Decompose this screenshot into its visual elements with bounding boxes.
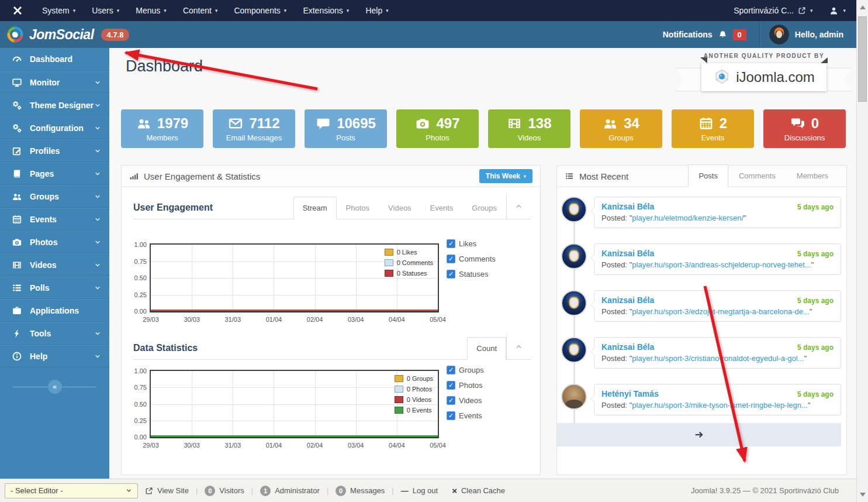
stat-label: Groups	[608, 133, 634, 142]
stat-card[interactable]: 1979 Members	[121, 109, 203, 148]
author-link[interactable]: Kanizsai Béla	[601, 249, 654, 258]
admin-menu-item[interactable]: Components ▾	[226, 0, 295, 21]
sidebar-item[interactable]: Profiles	[0, 139, 109, 162]
stat-card[interactable]: 7112 Email Messages	[213, 109, 295, 148]
view-all-button[interactable]	[557, 423, 841, 446]
sidebar-item[interactable]: Theme Designer	[0, 94, 109, 116]
envelope-icon	[228, 116, 243, 131]
checkbox-checked-icon[interactable]: ✓	[447, 381, 455, 390]
series-checkbox[interactable]: ✓ Videos	[447, 396, 484, 405]
sidebar-item[interactable]: Help	[0, 345, 109, 367]
stat-top: 1979	[136, 115, 188, 132]
user-menu[interactable]: ▾	[829, 6, 846, 16]
section-collapse-button[interactable]	[506, 194, 531, 219]
author-link[interactable]: Kanizsai Béla	[601, 202, 654, 211]
stat-card[interactable]: 10695 Posts	[305, 109, 387, 148]
stat-card[interactable]: 497 Photos	[396, 109, 479, 148]
tab[interactable]: Comments	[728, 164, 786, 187]
person-icon	[829, 6, 839, 16]
tab[interactable]: Count	[467, 337, 506, 360]
post-link[interactable]: player.hu/sport-3/edzojet-megtartja-a-ba…	[632, 307, 810, 316]
tab[interactable]: Posts	[688, 164, 728, 187]
sidebar-item[interactable]: Pages	[0, 162, 109, 185]
avatar[interactable]	[561, 337, 587, 363]
visitors-status[interactable]: 0 Visitors	[198, 486, 251, 496]
checkbox-checked-icon[interactable]: ✓	[447, 255, 455, 263]
checkbox-checked-icon[interactable]: ✓	[447, 270, 455, 278]
x-axis-tick: 31/03	[225, 316, 241, 323]
admin-menu-item[interactable]: Help ▾	[357, 0, 396, 21]
admin-menu-item[interactable]: Content ▾	[175, 0, 226, 21]
sidebar-item-label: Videos	[30, 260, 57, 270]
author-link[interactable]: Kanizsai Béla	[601, 295, 654, 305]
user-profile-button[interactable]: Hello, admin	[760, 25, 856, 44]
tab[interactable]: Videos	[379, 197, 421, 219]
author-link[interactable]: Kanizsai Béla	[601, 342, 654, 352]
notifications-button[interactable]: Notifications 0	[663, 29, 759, 40]
most-recent-tabs: Posts Comments Members	[688, 166, 839, 187]
scrollbar[interactable]	[856, 0, 868, 502]
ijoomla-banner[interactable]: iJoomla.com	[701, 63, 826, 91]
stat-label: Posts	[336, 133, 355, 142]
sidebar-item[interactable]: Dashboard	[0, 48, 109, 71]
stat-card[interactable]: 34 Groups	[580, 109, 662, 148]
post-link[interactable]: player.hu/sport-3/mike-tyson-ismet-ringb…	[632, 401, 808, 410]
sidebar-item[interactable]: Applications	[0, 299, 109, 322]
series-checkbox[interactable]: ✓ Events	[447, 411, 484, 420]
avatar[interactable]	[561, 384, 587, 410]
admin-menu-item[interactable]: Menus ▾	[127, 0, 175, 21]
post-link[interactable]: player.hu/sport-3/cristiano-ronaldot-egy…	[632, 354, 804, 363]
tab[interactable]: Events	[421, 197, 463, 219]
checkbox-checked-icon[interactable]: ✓	[447, 411, 455, 420]
series-checkbox[interactable]: ✓ Statuses	[447, 270, 496, 278]
view-site-link[interactable]: View Site	[138, 486, 196, 495]
post-link[interactable]: player.hu/sport-3/andreas-schjelderup-no…	[632, 260, 811, 269]
tab[interactable]: Groups	[462, 197, 506, 219]
post-link[interactable]: player.hu/eletmod/kenzie-kersen/	[632, 214, 743, 222]
sidebar-item[interactable]: Videos	[0, 253, 109, 276]
checkbox-checked-icon[interactable]: ✓	[447, 396, 455, 405]
series-checkbox[interactable]: ✓ Likes	[447, 239, 496, 248]
y-axis-tick: 1.00	[134, 367, 147, 374]
tab[interactable]: Photos	[337, 197, 379, 219]
site-name-menu[interactable]: Sportinvázió C... ▾	[734, 6, 812, 15]
administrator-status[interactable]: 1 Administrator	[253, 486, 327, 496]
author-link[interactable]: Hetényi Tamás	[601, 389, 659, 398]
sidebar-item-label: Tools	[30, 329, 51, 338]
tab[interactable]: Members	[786, 164, 839, 187]
avatar[interactable]	[561, 197, 587, 222]
avatar[interactable]	[561, 290, 587, 316]
admin-menu-item[interactable]: System ▾	[34, 0, 84, 21]
checkbox-checked-icon[interactable]: ✓	[447, 366, 455, 374]
avatar[interactable]	[561, 243, 587, 269]
scrollbar-thumb[interactable]	[858, 16, 867, 102]
sidebar-item[interactable]: Monitor	[0, 71, 109, 94]
editor-select[interactable]: - Select Editor -	[5, 483, 138, 498]
scrollbar-down-arrow-icon[interactable]	[860, 493, 866, 497]
messages-count-badge: 0	[336, 486, 346, 496]
sidebar-item[interactable]: Configuration	[0, 116, 109, 139]
series-checkbox[interactable]: ✓ Groups	[447, 366, 484, 374]
admin-menu-item[interactable]: Users ▾	[84, 0, 127, 21]
sidebar-item[interactable]: Events	[0, 208, 109, 231]
logout-link[interactable]: — Log out	[394, 486, 445, 495]
quote-close: "	[743, 214, 746, 222]
stat-card[interactable]: 2 Events	[672, 109, 754, 148]
sidebar-item[interactable]: Polls	[0, 276, 109, 299]
sidebar-item[interactable]: Tools	[0, 322, 109, 345]
checkbox-checked-icon[interactable]: ✓	[447, 239, 455, 248]
sidebar-collapse-button[interactable]: «	[48, 380, 62, 394]
stat-card[interactable]: 138 Videos	[488, 109, 570, 148]
series-checkbox[interactable]: ✓ Photos	[447, 381, 484, 390]
series-checkbox[interactable]: ✓ Comments	[447, 255, 496, 263]
tab[interactable]: Stream	[293, 197, 337, 219]
clean-cache-link[interactable]: × Clean Cache	[445, 486, 512, 496]
sidebar-item[interactable]: Groups	[0, 185, 109, 208]
section-collapse-button[interactable]	[506, 334, 531, 359]
scrollbar-up-arrow-icon[interactable]	[860, 5, 866, 9]
stat-card[interactable]: 0 Discussions	[763, 109, 846, 148]
admin-menu-item[interactable]: Extensions ▾	[295, 0, 357, 21]
sidebar-item[interactable]: Photos	[0, 231, 109, 253]
period-select-button[interactable]: This Week ▾	[479, 169, 532, 183]
messages-status[interactable]: 0 Messages	[328, 486, 392, 496]
